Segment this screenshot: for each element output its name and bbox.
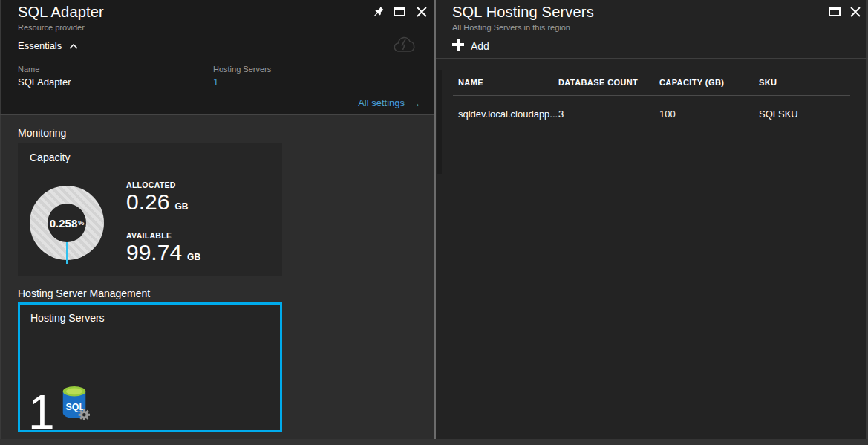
cell-database-count: 3 — [558, 108, 564, 120]
sql-adapter-blade: SQL Adapter Resource provider Essentials — [0, 0, 434, 445]
hosting-servers-tile-title: Hosting Servers — [30, 312, 105, 324]
hosting-servers-tile[interactable]: Hosting Servers 1 SQL — [18, 302, 282, 432]
svg-text:SQL: SQL — [66, 402, 85, 412]
blade-title: SQL Adapter — [18, 4, 104, 21]
add-button[interactable]: Add — [452, 39, 489, 53]
gear-icon — [79, 409, 90, 420]
capacity-percent-unit: % — [78, 219, 84, 227]
available-value: 99.74 — [126, 240, 182, 266]
left-edge-strip — [0, 0, 1, 445]
all-settings-link[interactable]: All settings → — [358, 97, 421, 109]
allocated-metric: ALLOCATED 0.26 GB — [126, 181, 188, 215]
available-label: AVAILABLE — [126, 231, 200, 240]
close-icon — [850, 7, 861, 19]
field-name-value: SQLAdapter — [18, 77, 71, 88]
chevron-up-icon — [69, 40, 78, 51]
pin-icon — [373, 6, 385, 19]
available-metric: AVAILABLE 99.74 GB — [126, 231, 200, 266]
hosting-server-management-title: Hosting Server Management — [18, 288, 150, 299]
essentials-label: Essentials — [18, 40, 62, 51]
essentials-divider — [0, 114, 434, 115]
cell-capacity-gb: 100 — [659, 108, 676, 120]
hosting-servers-count: 1 — [28, 389, 55, 436]
vertical-scrollbar-thumb[interactable] — [437, 70, 442, 174]
column-header-capacity-gb: CAPACITY (GB) — [659, 78, 724, 87]
table-header-divider — [453, 95, 850, 96]
capacity-tile-title: Capacity — [30, 152, 70, 163]
capacity-percent-value: 0.258 — [50, 217, 78, 230]
available-unit: GB — [187, 252, 200, 262]
capacity-donut-chart: 0.258 % — [30, 186, 104, 260]
essentials-toggle[interactable]: Essentials — [18, 40, 78, 51]
table-row-divider — [453, 131, 850, 131]
capacity-donut-center: 0.258 % — [48, 204, 86, 242]
horizontal-scrollbar-track[interactable] — [0, 439, 868, 445]
plus-icon — [452, 39, 464, 53]
monitoring-section-title: Monitoring — [18, 127, 66, 139]
close-icon — [417, 7, 427, 19]
cell-sku: SQLSKU — [759, 108, 798, 120]
allocated-label: ALLOCATED — [126, 181, 188, 189]
all-settings-label: All settings — [358, 97, 405, 108]
column-header-database-count: DATABASE COUNT — [558, 78, 638, 87]
maximize-button[interactable] — [828, 6, 841, 19]
cloud-lightning-icon — [393, 36, 420, 58]
close-button[interactable] — [415, 6, 428, 19]
cell-name: sqldev.local.cloudapp.... — [458, 108, 561, 120]
maximize-icon — [394, 7, 405, 19]
pin-button[interactable] — [372, 6, 385, 19]
add-button-label: Add — [471, 40, 489, 52]
maximize-button[interactable] — [393, 6, 406, 19]
right-arrow-icon: → — [410, 97, 421, 109]
blade-title: SQL Hosting Servers — [452, 4, 594, 21]
sql-database-icon: SQL — [59, 385, 90, 425]
blade-subtitle: All Hosting Servers in this region — [452, 23, 570, 32]
capacity-tile[interactable]: Capacity 0.258 % ALLOCATED 0.26 GB AVAIL… — [18, 143, 282, 276]
toolbar-divider — [436, 58, 868, 59]
column-header-name: NAME — [458, 78, 483, 87]
allocated-value: 0.26 — [126, 189, 169, 215]
hosting-servers-count-link[interactable]: 1 — [213, 77, 218, 88]
field-name-label: Name — [18, 65, 39, 74]
capacity-donut-allocated-tick — [66, 241, 68, 264]
azure-stack-portal: SQL Adapter Resource provider Essentials — [0, 0, 868, 445]
column-header-sku: SKU — [759, 78, 777, 87]
blade-subtitle: Resource provider — [18, 23, 85, 32]
maximize-icon — [829, 7, 841, 19]
sql-hosting-servers-blade: SQL Hosting Servers All Hosting Servers … — [436, 0, 868, 445]
close-button[interactable] — [849, 6, 862, 19]
field-hosting-servers-label: Hosting Servers — [213, 65, 271, 74]
allocated-unit: GB — [174, 201, 188, 212]
